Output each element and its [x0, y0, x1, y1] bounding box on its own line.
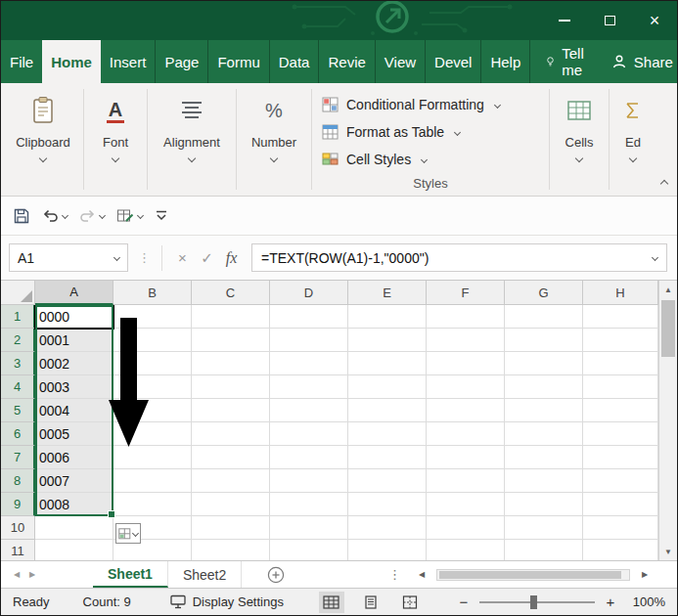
horizontal-scrollbar[interactable]: [436, 569, 630, 581]
cell-D6[interactable]: [270, 422, 348, 446]
conditional-formatting-button[interactable]: Conditional Formatting: [314, 91, 547, 118]
display-settings-button[interactable]: Display Settings: [170, 594, 284, 609]
cells-group-button[interactable]: Cells: [552, 83, 607, 196]
new-sheet-button[interactable]: [267, 566, 285, 584]
row-header-11[interactable]: 11: [1, 540, 35, 560]
editing-group-button[interactable]: Ed: [611, 83, 655, 196]
cell-D1[interactable]: [270, 305, 348, 329]
cell-D8[interactable]: [270, 469, 348, 493]
row-header-2[interactable]: 2: [1, 329, 35, 352]
cell-F8[interactable]: [427, 469, 505, 493]
cell-B9[interactable]: [113, 493, 192, 516]
cell-C9[interactable]: [192, 493, 270, 516]
more-options-icon[interactable]: ⋮: [388, 567, 401, 582]
row-header-5[interactable]: 5: [1, 399, 35, 422]
zoom-slider[interactable]: [479, 601, 595, 603]
tab-file[interactable]: File: [1, 40, 42, 83]
previous-sheet-button[interactable]: ◀: [9, 570, 24, 579]
cell-H6[interactable]: [583, 422, 658, 446]
column-header-E[interactable]: E: [348, 281, 427, 305]
cell-A7[interactable]: 0006: [35, 446, 113, 469]
cell-F2[interactable]: [427, 329, 505, 352]
cell-H1[interactable]: [583, 305, 658, 329]
cell-G4[interactable]: [505, 375, 583, 399]
column-header-F[interactable]: F: [427, 281, 505, 305]
row-header-10[interactable]: 10: [1, 516, 35, 540]
share-button[interactable]: Share: [600, 40, 678, 83]
cell-E11[interactable]: [348, 540, 427, 560]
tab-developer[interactable]: Devel: [426, 40, 481, 83]
cell-C10[interactable]: [192, 516, 270, 540]
cell-D4[interactable]: [270, 375, 348, 399]
save-button[interactable]: [13, 207, 30, 225]
tab-formulas[interactable]: Formu: [208, 40, 269, 83]
cell-G7[interactable]: [505, 446, 583, 469]
row-header-4[interactable]: 4: [1, 375, 35, 399]
cell-G9[interactable]: [505, 493, 583, 516]
cell-C8[interactable]: [192, 469, 270, 493]
cell-E2[interactable]: [348, 329, 427, 352]
page-layout-view-button[interactable]: [358, 592, 384, 613]
sheet-tab-sheet1[interactable]: Sheet1: [93, 561, 168, 588]
cell-C11[interactable]: [192, 540, 270, 560]
column-header-H[interactable]: H: [583, 281, 658, 305]
cell-G8[interactable]: [505, 469, 583, 493]
cell-E3[interactable]: [348, 352, 427, 375]
zoom-level[interactable]: 100%: [626, 594, 665, 609]
cell-D10[interactable]: [270, 516, 348, 540]
cell-F3[interactable]: [427, 352, 505, 375]
tab-page-layout[interactable]: Page: [156, 40, 208, 83]
cell-H9[interactable]: [583, 493, 658, 516]
cell-F6[interactable]: [427, 422, 505, 446]
tab-home[interactable]: Home: [42, 40, 101, 83]
formula-input[interactable]: =TEXT(ROW(A1)-1,"0000"): [251, 243, 667, 272]
cell-C3[interactable]: [192, 352, 270, 375]
tab-review[interactable]: Revie: [319, 40, 375, 83]
scroll-right-button[interactable]: ▶: [638, 570, 652, 579]
zoom-out-button[interactable]: −: [457, 594, 471, 610]
cell-G6[interactable]: [505, 422, 583, 446]
redo-button[interactable]: [79, 208, 105, 223]
cell-G3[interactable]: [505, 352, 583, 375]
cell-A2[interactable]: 0001: [35, 329, 113, 352]
column-header-C[interactable]: C: [192, 281, 270, 305]
cell-E10[interactable]: [348, 516, 427, 540]
enter-button[interactable]: ✓: [195, 249, 219, 267]
vertical-scroll-thumb[interactable]: [661, 300, 675, 357]
cell-D5[interactable]: [270, 399, 348, 422]
page-break-view-button[interactable]: [397, 592, 423, 613]
cell-F7[interactable]: [427, 446, 505, 469]
cell-E4[interactable]: [348, 375, 427, 399]
cell-H2[interactable]: [583, 329, 658, 352]
cell-D9[interactable]: [270, 493, 348, 516]
cell-E9[interactable]: [348, 493, 427, 516]
cell-D7[interactable]: [270, 446, 348, 469]
cell-F4[interactable]: [427, 375, 505, 399]
cell-H8[interactable]: [583, 469, 658, 493]
cancel-button[interactable]: ×: [170, 249, 195, 266]
cell-A1[interactable]: 0000: [35, 305, 113, 329]
expand-formula-bar-icon[interactable]: [652, 254, 658, 261]
insert-function-button[interactable]: fx: [219, 249, 244, 267]
format-as-table-button[interactable]: Format as Table: [314, 118, 547, 146]
cell-B8[interactable]: [113, 469, 192, 493]
cell-G10[interactable]: [505, 516, 583, 540]
undo-button[interactable]: [42, 208, 68, 223]
cell-C1[interactable]: [192, 305, 270, 329]
cell-styles-button[interactable]: Cell Styles: [314, 146, 547, 173]
column-header-A[interactable]: A: [35, 281, 113, 305]
cell-E1[interactable]: [348, 305, 427, 329]
row-header-9[interactable]: 9: [1, 493, 35, 516]
collapse-ribbon-button[interactable]: [661, 173, 667, 191]
maximize-button[interactable]: [587, 1, 632, 40]
cell-G11[interactable]: [505, 540, 583, 560]
cell-C5[interactable]: [192, 399, 270, 422]
select-all-button[interactable]: [1, 281, 35, 305]
tab-data[interactable]: Data: [270, 40, 320, 83]
row-header-6[interactable]: 6: [1, 422, 35, 446]
cell-H3[interactable]: [583, 352, 658, 375]
row-header-8[interactable]: 8: [1, 469, 35, 493]
drag-handle-icon[interactable]: ⋮: [138, 250, 152, 265]
cell-G1[interactable]: [505, 305, 583, 329]
zoom-slider-thumb[interactable]: [530, 595, 537, 609]
